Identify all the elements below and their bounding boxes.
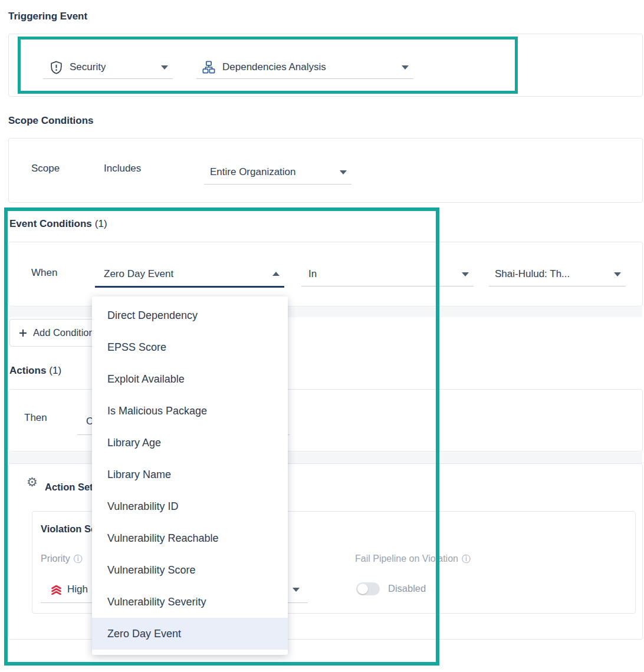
fail-pipeline-label-text: Fail Pipeline on Violation [355,554,458,564]
add-condition-label: Add Condition [33,327,94,338]
dropdown-underline [196,78,413,79]
event-conditions-title-text: Event Conditions [9,218,92,229]
info-icon[interactable]: ⓘ [462,554,471,564]
plus-icon [19,329,27,337]
dropdown-option[interactable]: Library Name [92,459,288,490]
scope-conditions-card: Scope Includes Entire Organization [8,138,643,203]
condition-value: Shai-Hulud: Th... [495,268,570,280]
condition-field-value: Zero Day Event [104,268,173,280]
policy-editor-page: { "colors": { "highlight_box": "#16a79c"… [0,0,644,672]
triggering-event-card: Security Dependencies Analysis [8,34,643,97]
dropdown-underline [301,286,474,286]
condition-dropdown-menu: Direct DependencyEPSS ScoreExploit Avail… [92,297,288,655]
when-label: When [31,267,57,279]
dropdown-option[interactable]: Is Malicious Package [92,395,288,427]
dropdown-option[interactable]: Vulnerability ID [92,490,288,522]
info-icon[interactable]: ⓘ [74,554,83,564]
dropdown-option[interactable]: Library Age [92,427,288,459]
chevron-down-icon [340,170,347,174]
analysis-type-value: Dependencies Analysis [222,61,326,73]
condition-operator-dropdown[interactable]: In [301,262,474,286]
scope-value-dropdown[interactable]: Entire Organization [204,160,351,185]
actions-title: Actions(1) [9,365,61,377]
dropdown-underline [489,286,626,286]
condition-field-dropdown[interactable]: Zero Day Event [95,262,284,288]
condition-value-dropdown[interactable]: Shai-Hulud: Th... [489,262,626,286]
event-conditions-count: (1) [95,218,107,229]
chevron-down-icon [161,65,168,70]
priority-label-text: Priority [41,554,70,564]
actions-count: (1) [49,365,61,376]
dropdown-underline [204,184,351,185]
dropdown-option[interactable]: EPSS Score [92,331,288,363]
fail-pipeline-label: Fail Pipeline on Violationⓘ [355,554,471,565]
priority-high-icon [51,585,62,595]
gear-icon: ⚙ [27,476,38,488]
analysis-type-dropdown[interactable]: Dependencies Analysis [196,56,413,79]
priority-value: High [67,584,88,595]
actions-title-text: Actions [9,365,46,376]
dropdown-option[interactable]: Vulnerability Reachable [92,522,288,554]
event-conditions-title: Event Conditions(1) [9,218,107,230]
dropdown-option[interactable]: Vulnerability Score [92,554,288,586]
active-dropdown-underline [95,286,284,288]
scope-operator-label: Includes [104,163,141,174]
dropdown-option[interactable]: Direct Dependency [92,299,288,331]
fail-pipeline-state: Disabled [388,583,426,594]
fail-pipeline-toggle[interactable] [356,582,380,595]
security-shield-icon [50,61,63,74]
dependencies-analysis-icon [202,61,215,74]
dropdown-option[interactable]: Vulnerability Severity [92,586,288,618]
dropdown-option[interactable]: Exploit Available [92,363,288,395]
chevron-up-icon [272,272,280,276]
scope-conditions-title: Scope Conditions [8,115,94,127]
condition-operator-value: In [308,268,317,280]
then-label: Then [24,412,47,424]
chevron-down-icon [402,65,409,70]
dropdown-underline [43,78,173,79]
scope-field-label: Scope [31,163,60,174]
chevron-down-icon [462,272,469,276]
chevron-down-icon [293,588,300,592]
priority-label: Priorityⓘ [41,554,83,565]
event-category-dropdown[interactable]: Security [43,56,173,79]
event-category-value: Security [70,61,106,73]
scope-value: Entire Organization [210,166,296,178]
chevron-down-icon [614,272,621,276]
dropdown-option[interactable]: Zero Day Event [92,618,288,650]
toggle-knob [357,584,368,594]
triggering-event-title: Triggering Event [8,11,87,22]
